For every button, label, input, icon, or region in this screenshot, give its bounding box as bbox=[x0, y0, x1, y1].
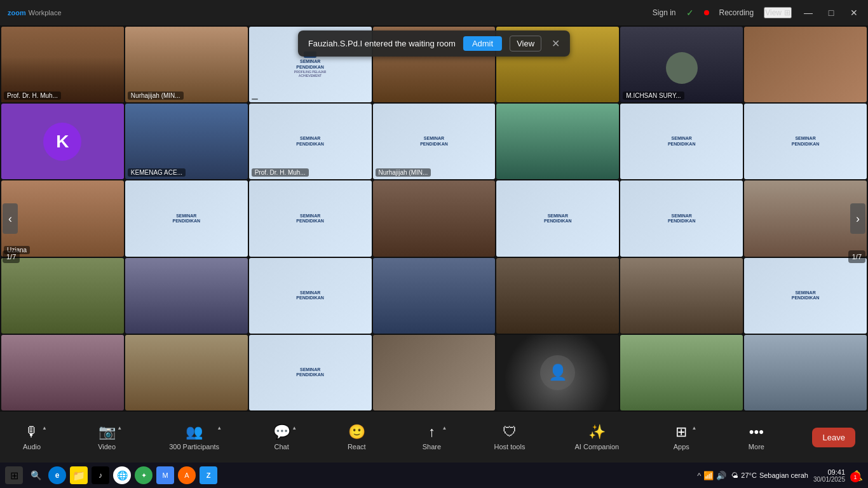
minimize-button[interactable]: — bbox=[802, 8, 815, 18]
share-button[interactable]: ↑ Share ▲ bbox=[412, 420, 451, 454]
audio-group: 🎙 Audio ▲ bbox=[13, 420, 51, 454]
participant-cell: Prof. Dr. H. Muh... bbox=[1, 27, 124, 102]
zoom-taskbar-icon[interactable]: Z bbox=[200, 466, 217, 484]
participant-cell: SEMINARPENDIDIKAN bbox=[496, 180, 619, 256]
chat-caret-icon: ▲ bbox=[292, 425, 297, 431]
participant-cell bbox=[125, 258, 248, 334]
react-label: React bbox=[348, 443, 366, 451]
prev-page-button[interactable]: ‹ bbox=[3, 203, 18, 234]
recording-dot bbox=[704, 10, 709, 15]
zoom-toolbar: 🎙 Audio ▲ 📷 Video ▲ 👥 300 Participants ▲… bbox=[0, 412, 868, 463]
participant-cell bbox=[373, 258, 496, 334]
participants-caret-icon: ▲ bbox=[217, 425, 222, 431]
view-notification-button[interactable]: View bbox=[510, 36, 541, 51]
recording-label: Recording bbox=[719, 8, 754, 17]
ai-companion-label: AI Companion bbox=[574, 443, 619, 451]
notification-close-icon[interactable]: ✕ bbox=[552, 37, 560, 50]
video-caret-icon: ▲ bbox=[117, 425, 122, 431]
participant-cell: SEMINARPENDIDIKAN bbox=[744, 258, 867, 334]
share-label: Share bbox=[423, 443, 441, 451]
video-button[interactable]: 📷 Video ▲ bbox=[88, 420, 126, 454]
participant-cell: KEMENAG ACE... bbox=[125, 104, 248, 179]
notification-center[interactable]: 🔔 1 bbox=[850, 470, 863, 482]
leave-button[interactable]: Leave bbox=[812, 428, 855, 447]
more-group: ••• More bbox=[737, 420, 775, 454]
windows-taskbar: ⊞ 🔍 e 📁 ♪ 🌐 ✦ M A Z bbox=[0, 463, 868, 488]
network-icon[interactable]: 📶 bbox=[703, 471, 714, 480]
participants-icon: 👥 bbox=[186, 424, 203, 440]
chat-label: Chat bbox=[275, 443, 289, 451]
react-icon: 🙂 bbox=[348, 424, 365, 440]
audio-button[interactable]: 🎙 Audio ▲ bbox=[13, 420, 51, 454]
notification-message: Fauziah.S.Pd.I entered the waiting room bbox=[308, 39, 456, 48]
edge-icon[interactable]: e bbox=[48, 466, 66, 484]
chevron-up-icon[interactable]: ^ bbox=[697, 471, 701, 480]
participant-cell: Uziana bbox=[1, 180, 124, 256]
apps-group: ⊞ Apps ▲ bbox=[662, 420, 700, 454]
apps-button[interactable]: ⊞ Apps ▲ bbox=[662, 420, 700, 454]
participant-cell bbox=[1, 258, 124, 334]
video-grid: Prof. Dr. H. Muh... Nurhajijah (MIN... S… bbox=[0, 25, 868, 412]
video-icon: 📷 bbox=[98, 424, 116, 440]
sign-in-button[interactable]: Sign in bbox=[653, 8, 676, 17]
app-icon-1[interactable]: ✦ bbox=[135, 466, 153, 484]
participant-cell: SEMINARPENDIDIKAN bbox=[249, 258, 372, 334]
chrome-icon[interactable]: 🌐 bbox=[113, 466, 131, 484]
react-group: 🙂 React bbox=[337, 420, 376, 454]
ai-companion-group: ✨ AI Companion bbox=[568, 420, 625, 454]
taskbar-left: ⊞ 🔍 e 📁 ♪ 🌐 ✦ M A Z bbox=[5, 466, 217, 484]
participant-cell: Nurhajijah (MIN... bbox=[125, 27, 248, 102]
ai-companion-button[interactable]: ✨ AI Companion bbox=[568, 420, 625, 454]
share-icon: ↑ bbox=[428, 424, 435, 440]
video-group: 📷 Video ▲ bbox=[88, 420, 126, 454]
system-tray: ^ 📶 🔊 bbox=[697, 471, 726, 480]
participant-cell bbox=[373, 180, 496, 256]
participant-name: M.ICHSAN SURY... bbox=[623, 92, 684, 100]
audio-caret-icon: ▲ bbox=[42, 425, 47, 431]
chat-group: 💬 Chat ▲ bbox=[262, 420, 301, 454]
tiktok-icon[interactable]: ♪ bbox=[92, 466, 109, 484]
close-button[interactable]: ✕ bbox=[848, 8, 860, 18]
next-page-button[interactable]: › bbox=[850, 203, 865, 234]
waiting-room-notification: Fauziah.S.Pd.I entered the waiting room … bbox=[298, 30, 570, 57]
verified-icon: ✓ bbox=[686, 8, 694, 18]
clock[interactable]: 09:41 30/01/2025 bbox=[813, 468, 845, 483]
start-button[interactable]: ⊞ bbox=[5, 466, 23, 484]
time-display: 09:41 bbox=[813, 468, 845, 476]
host-tools-label: Host tools bbox=[494, 443, 525, 451]
participant-cell bbox=[620, 335, 743, 410]
taskbar-right: ^ 📶 🔊 🌤 27°C Sebagian cerah 09:41 30/01/… bbox=[697, 468, 863, 483]
participants-button[interactable]: 👥 300 Participants ▲ bbox=[163, 420, 226, 454]
participant-cell: M.ICHSAN SURY... bbox=[620, 27, 743, 102]
video-label: Video bbox=[98, 443, 116, 451]
file-explorer-icon[interactable]: 📁 bbox=[70, 466, 88, 484]
participant-name: Prof. Dr. H. Muh... bbox=[252, 168, 309, 177]
weather-description: Sebagian cerah bbox=[759, 471, 808, 479]
weather-widget[interactable]: 🌤 27°C Sebagian cerah bbox=[731, 471, 808, 479]
search-taskbar-icon[interactable]: 🔍 bbox=[27, 466, 44, 484]
k-avatar: K bbox=[43, 123, 81, 161]
participant-name: Nurhajijah (MIN... bbox=[128, 92, 184, 100]
participants-group: 👥 300 Participants ▲ bbox=[163, 420, 226, 454]
chat-button[interactable]: 💬 Chat ▲ bbox=[262, 420, 301, 454]
react-button[interactable]: 🙂 React bbox=[337, 420, 376, 454]
participants-label: 300 Participants bbox=[169, 443, 219, 451]
participant-cell bbox=[744, 27, 867, 102]
page-indicator-right: 1/7 bbox=[848, 250, 865, 263]
host-tools-button[interactable]: 🛡 Host tools bbox=[487, 420, 531, 454]
more-icon: ••• bbox=[749, 424, 764, 440]
zoom-text: zoom bbox=[8, 10, 26, 17]
participant-cell: SEMINARPENDIDIKAN bbox=[744, 104, 867, 179]
share-caret-icon: ▲ bbox=[442, 425, 447, 431]
admit-button[interactable]: Admit bbox=[463, 36, 502, 51]
avast-icon[interactable]: A bbox=[178, 466, 196, 484]
shield-icon: 🛡 bbox=[503, 424, 517, 440]
participant-cell bbox=[496, 258, 619, 334]
volume-icon[interactable]: 🔊 bbox=[716, 471, 726, 480]
app-icon-2[interactable]: M bbox=[156, 466, 174, 484]
view-button[interactable]: View ⊞ bbox=[764, 7, 792, 18]
maximize-button[interactable]: □ bbox=[825, 8, 837, 18]
more-button[interactable]: ••• More bbox=[737, 420, 775, 454]
participant-cell: 👤 bbox=[496, 335, 619, 410]
participant-name: KEMENAG ACE... bbox=[128, 168, 186, 177]
